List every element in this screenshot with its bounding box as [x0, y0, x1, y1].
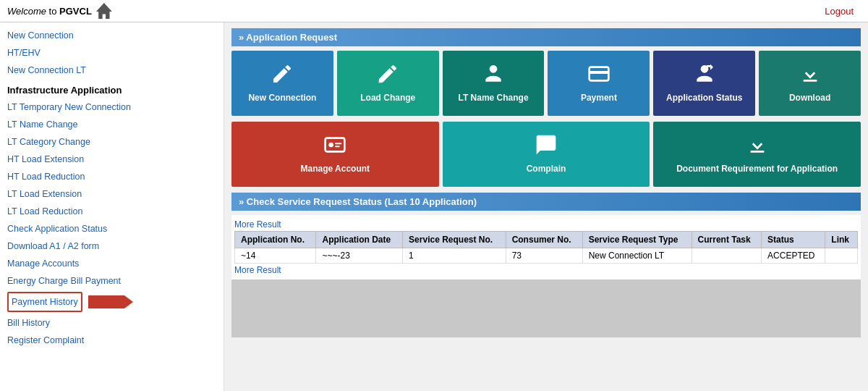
col-app-no: Application No. [235, 232, 316, 248]
col-current-task: Current Task [692, 232, 762, 248]
tiles-row1: New Connection Load Change LT Name Chang… [231, 51, 861, 116]
tile-complain-label: Complain [527, 164, 566, 175]
tile-doc-requirement[interactable]: Document Requirement for Application [653, 122, 861, 187]
sidebar-item-new-connection-lt[interactable]: New Connection LT [7, 62, 216, 79]
tile-lt-name-change[interactable]: LT Name Change [443, 51, 545, 116]
col-consumer-no: Consumer No. [506, 232, 582, 248]
tile-new-connection[interactable]: New Connection [231, 51, 333, 116]
tile-new-connection-label: New Connection [248, 93, 316, 104]
svg-rect-3 [590, 71, 609, 74]
tiles-row2: Manage Account Complain Document Require… [231, 122, 861, 187]
svg-rect-0 [378, 80, 382, 83]
top-bar: Welcome to PGVCL Logout [0, 0, 868, 22]
sidebar-item-bill-history[interactable]: Bill History [7, 314, 216, 332]
person-up-icon [693, 62, 716, 88]
table-cell-1: ~~~-23 [316, 248, 403, 264]
col-link: Link [825, 232, 858, 248]
tile-manage-account[interactable]: Manage Account [231, 122, 439, 187]
more-result-top[interactable]: More Result [234, 218, 858, 231]
main-layout: New Connection HT/EHV New Connection LT … [0, 22, 868, 391]
sidebar-item-energy-charge[interactable]: Energy Charge Bill Payment [7, 272, 216, 290]
sidebar-item-payment-history[interactable]: Payment History [7, 292, 82, 312]
sidebar-item-lt-temp[interactable]: LT Temporary New Connection [7, 98, 216, 116]
table-cell-0: ~14 [235, 248, 316, 264]
more-result-bottom[interactable]: More Result [234, 264, 858, 277]
sidebar-item-lt-name-change[interactable]: LT Name Change [7, 116, 216, 133]
logout-link[interactable]: Logout [825, 6, 861, 17]
sidebar-item-ht-load-red[interactable]: HT Load Reduction [7, 168, 216, 185]
bottom-gray-area [231, 279, 861, 337]
table-cell-5 [692, 248, 762, 264]
svg-rect-7 [335, 143, 341, 145]
sidebar-item-manage-accounts[interactable]: Manage Accounts [7, 255, 216, 272]
tile-load-change[interactable]: Load Change [337, 51, 439, 116]
sidebar: New Connection HT/EHV New Connection LT … [0, 22, 224, 391]
sidebar-item-download-a1a2[interactable]: Download A1 / A2 form [7, 237, 216, 255]
sidebar-item-lt-load-ext[interactable]: LT Load Extension [7, 185, 216, 203]
sidebar-item-lt-category-change[interactable]: LT Category Change [7, 133, 216, 151]
pencil-icon [271, 62, 294, 88]
person-icon [482, 62, 505, 88]
sidebar-item-new-connection[interactable]: New Connection [7, 27, 216, 44]
table-cell-2: 1 [403, 248, 506, 264]
tile-manage-account-label: Manage Account [301, 164, 370, 175]
col-service-req-type: Service Request Type [582, 232, 692, 248]
tile-doc-requirement-label: Document Requirement for Application [676, 164, 838, 175]
table-cell-7 [825, 248, 858, 264]
tile-complain[interactable]: Complain [443, 122, 650, 187]
tile-lt-name-change-label: LT Name Change [459, 93, 529, 104]
table-row: ~14~~~-23173New Connection LTACCEPTED [235, 248, 858, 264]
service-request-table: Application No. Application Date Service… [234, 231, 858, 264]
table-cell-6: ACCEPTED [762, 248, 825, 264]
chat-icon [535, 133, 558, 159]
svg-point-6 [329, 143, 334, 148]
tile-payment-label: Payment [581, 93, 617, 104]
sidebar-item-lt-load-red[interactable]: LT Load Reduction [7, 203, 216, 220]
home-icon[interactable] [96, 3, 112, 19]
sidebar-item-ht-ehv[interactable]: HT/EHV [7, 44, 216, 62]
col-app-date: Application Date [316, 232, 403, 248]
tile-download-label: Download [789, 93, 830, 104]
doc-download-icon [746, 133, 769, 159]
svg-rect-5 [326, 138, 345, 152]
check-service-header: Check Service Request Status (Last 10 Ap… [231, 193, 861, 211]
top-bar-left: Welcome to PGVCL [7, 3, 112, 19]
table-wrapper: More Result Application No. Application … [231, 215, 861, 279]
tile-payment[interactable]: Payment [548, 51, 650, 116]
table-section: More Result Application No. Application … [231, 215, 861, 279]
svg-point-1 [490, 65, 498, 73]
col-service-req-no: Service Request No. [403, 232, 506, 248]
edit-icon [376, 62, 399, 88]
sidebar-item-register-complaint[interactable]: Register Complaint [7, 332, 216, 349]
content-area: Application Request New Connection Load … [224, 22, 868, 391]
tile-app-status-label: Application Status [666, 93, 742, 104]
table-cell-4: New Connection LT [582, 248, 692, 264]
table-header-row: Application No. Application Date Service… [235, 232, 858, 248]
sidebar-item-check-app-status[interactable]: Check Application Status [7, 220, 216, 237]
application-request-header: Application Request [231, 28, 861, 46]
table-cell-3: 73 [506, 248, 582, 264]
welcome-text: Welcome to PGVCL [7, 6, 92, 17]
tile-app-status[interactable]: Application Status [653, 51, 755, 116]
card-icon [587, 62, 610, 88]
id-card-icon [323, 133, 346, 159]
tile-download[interactable]: Download [759, 51, 861, 116]
sidebar-section-title: Infrastructure Application [7, 85, 216, 96]
arrow-icon [88, 295, 124, 308]
download-icon [799, 62, 822, 88]
col-status: Status [762, 232, 825, 248]
tile-load-change-label: Load Change [360, 93, 415, 104]
sidebar-item-ht-load-ext[interactable]: HT Load Extension [7, 151, 216, 168]
svg-rect-8 [335, 146, 340, 148]
